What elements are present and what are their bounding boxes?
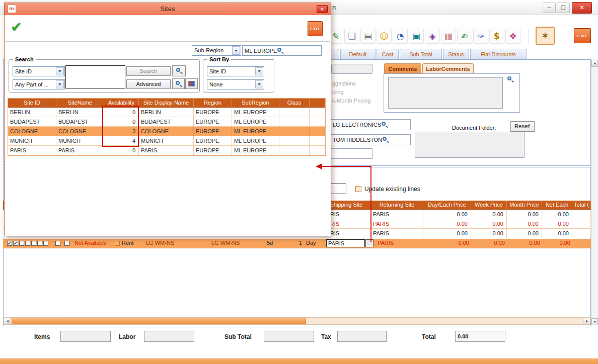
- chevron-down-icon[interactable]: [56, 67, 64, 75]
- table-row[interactable]: MUNICH MUNICH 4 MUNICH EUROPE ML EUROPE: [8, 136, 325, 146]
- scroll-up-button[interactable]: [591, 60, 598, 67]
- sortby-group-legend: Sort By: [207, 56, 231, 62]
- toolbar-button-print[interactable]: ▤: [360, 29, 376, 44]
- net-each-value: 0.00: [542, 240, 572, 246]
- update-checkbox[interactable]: [355, 186, 361, 192]
- comments-textarea[interactable]: [388, 77, 503, 109]
- col-subregion[interactable]: SubRegion: [232, 99, 279, 107]
- search-field-combo[interactable]: Site ID: [13, 66, 65, 76]
- advanced-search-icon-button[interactable]: [172, 78, 185, 89]
- tab-default[interactable]: Default: [340, 49, 376, 59]
- tab-cost[interactable]: Cost: [377, 49, 399, 59]
- maximize-button[interactable]: ❐: [557, 3, 570, 13]
- table-row[interactable]: BUDAPEST BUDAPEST 0 BUDAPEST EUROPE ML E…: [8, 117, 325, 127]
- subregion-combo[interactable]: Sub-Region: [192, 45, 241, 56]
- row-checkbox-2[interactable]: ✓: [13, 241, 18, 246]
- contact-search-icon[interactable]: [382, 136, 389, 143]
- chevron-down-icon[interactable]: [255, 67, 263, 75]
- col-class[interactable]: Class: [279, 99, 310, 107]
- contact-field[interactable]: TOM HIDDLESTON: [330, 134, 411, 145]
- scroll-right-button[interactable]: [583, 318, 590, 324]
- toolbar-button-wand[interactable]: ✶: [536, 27, 555, 45]
- browse-button[interactable]: ...: [365, 239, 373, 247]
- subregion-value-field[interactable]: ML EUROPE: [242, 45, 322, 56]
- toolbar-button-disk[interactable]: ▣: [409, 29, 424, 44]
- grid-header-day-each-price[interactable]: Day/Each Price: [423, 201, 471, 209]
- toolbar-button-cubes[interactable]: ❖: [505, 29, 520, 44]
- tab-sub-total[interactable]: Sub Total: [400, 49, 442, 59]
- tab-labor-comments[interactable]: LaborComments: [422, 63, 474, 74]
- search-group-legend: Search: [13, 56, 36, 62]
- active-line-row[interactable]: ✓ ✓ Not Available Rent LG WM-NS LG WM-NS…: [3, 239, 591, 248]
- col-availability[interactable]: Availability: [104, 99, 139, 107]
- grid-header-month-price[interactable]: Month Price: [507, 201, 542, 209]
- comments-search-icon[interactable]: [507, 76, 514, 83]
- grid-header-week-price[interactable]: Week Price: [471, 201, 507, 209]
- row-checkbox-3[interactable]: [19, 241, 24, 246]
- toolbar-button-books[interactable]: ▥: [441, 29, 456, 44]
- table-row-selected[interactable]: COLOGNE COLOGNE 3 COLOGNE EUROPE ML EURO…: [8, 127, 325, 136]
- subregion-search-icon[interactable]: [277, 47, 284, 54]
- chevron-down-icon[interactable]: [255, 80, 263, 88]
- tab-comments[interactable]: Comments: [384, 63, 421, 74]
- tab-status[interactable]: Status: [443, 49, 469, 59]
- chevron-down-icon[interactable]: [56, 80, 64, 88]
- toolbar-button-clock[interactable]: ◔: [393, 29, 408, 44]
- reset-button[interactable]: Reset!: [510, 121, 535, 132]
- scroll-left-button[interactable]: [4, 318, 11, 324]
- dialog-exit-button[interactable]: EXIT: [308, 21, 323, 36]
- shipping-site-input[interactable]: PARIS: [326, 239, 365, 247]
- toolbar-button-money[interactable]: $: [489, 29, 504, 44]
- tab-flat-discounts[interactable]: Flat Discounts: [470, 49, 527, 59]
- toolbar-button-media[interactable]: ◈: [425, 29, 440, 44]
- row-checkbox-1[interactable]: ✓: [7, 241, 12, 246]
- customer-search-icon[interactable]: [381, 121, 388, 128]
- duration-value: 5d: [267, 240, 273, 246]
- table-row[interactable]: BERLIN BERLIN 0 BERLIN EUROPE ML EUROPE: [8, 108, 325, 117]
- sort-secondary-combo[interactable]: None: [207, 79, 264, 89]
- sort-secondary-value: None: [209, 80, 255, 89]
- row-checkbox-9[interactable]: [64, 241, 69, 246]
- toolbar-button-notes[interactable]: ✍: [457, 29, 472, 44]
- scroll-down-button[interactable]: [591, 318, 598, 325]
- dialog-close-button[interactable]: ✕: [317, 5, 328, 13]
- grid-header-returning-site[interactable]: Returning Site: [371, 201, 423, 209]
- label-fragment-week-month-pricing: k-Month Pricing: [332, 98, 370, 104]
- rent-checkbox[interactable]: [115, 241, 120, 246]
- confirm-button[interactable]: ✔: [11, 19, 22, 35]
- partial-control[interactable]: [331, 64, 372, 74]
- vertical-scrollbar[interactable]: [591, 60, 598, 325]
- row-checkbox-7[interactable]: [43, 241, 48, 246]
- col-site-id[interactable]: Site ID: [8, 99, 56, 107]
- grid-header-net-each[interactable]: Net Each: [542, 201, 572, 209]
- search-input[interactable]: [65, 65, 125, 88]
- dialog-titlebar[interactable]: R2 Sites: [5, 3, 331, 15]
- row-checkbox-4[interactable]: [25, 241, 30, 246]
- document-folder-area[interactable]: [415, 132, 525, 158]
- grid-view-button[interactable]: [185, 78, 198, 89]
- sort-primary-combo[interactable]: Site ID: [207, 66, 264, 76]
- search-magnifier-button[interactable]: [172, 65, 186, 76]
- horizontal-scroll-thumb[interactable]: [12, 318, 306, 324]
- chevron-down-icon[interactable]: [232, 46, 240, 55]
- search-button[interactable]: Search: [126, 66, 171, 76]
- advanced-button[interactable]: Advanced: [126, 79, 171, 89]
- table-row[interactable]: PARIS PARIS 0 PARIS EUROPE ML EUROPE: [8, 146, 325, 155]
- pen-icon: ✑: [477, 31, 484, 41]
- toolbar-button-pen[interactable]: ✑: [473, 29, 488, 44]
- close-button[interactable]: ✕: [572, 2, 592, 14]
- row-checkbox-8[interactable]: [55, 241, 60, 246]
- customer-field[interactable]: LG ELECTRONICS: [330, 119, 411, 130]
- toolbar-button-smiley[interactable]: ☺: [377, 29, 392, 44]
- col-site-name[interactable]: SiteName: [56, 99, 104, 107]
- row-checkbox-5[interactable]: [31, 241, 36, 246]
- horizontal-scrollbar[interactable]: [3, 317, 591, 325]
- col-region[interactable]: Region: [194, 99, 232, 107]
- toolbar-button-copy[interactable]: ❏: [344, 29, 359, 44]
- grid-header-total[interactable]: Total (: [572, 201, 591, 209]
- row-checkbox-6[interactable]: [37, 241, 42, 246]
- col-site-display-name[interactable]: Site Display Name: [139, 99, 194, 107]
- minimize-button[interactable]: –: [543, 3, 556, 13]
- search-match-combo[interactable]: Any Part of ...: [13, 79, 65, 89]
- main-exit-button[interactable]: EXIT: [574, 28, 591, 43]
